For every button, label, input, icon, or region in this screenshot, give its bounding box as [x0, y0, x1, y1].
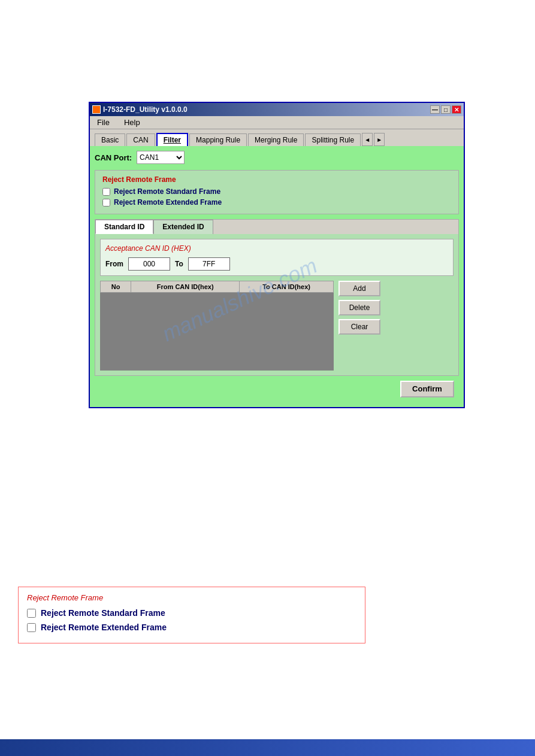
window-title: I-7532-FD_Utility v1.0.0.0 [103, 105, 188, 114]
tab-mapping-rule[interactable]: Mapping Rule [189, 133, 247, 146]
tab-bar: Basic CAN Filter Mapping Rule Merging Ru… [90, 129, 464, 146]
confirm-row: Confirm [95, 376, 459, 402]
reject-standard-row: Reject Remote Standard Frame [102, 187, 451, 196]
can-port-select[interactable]: CAN1 CAN2 [137, 151, 185, 164]
action-buttons: Add Delete Clear [338, 281, 380, 335]
tab-filter[interactable]: Filter [156, 133, 188, 146]
blue-bar [0, 739, 535, 756]
close-button[interactable]: ✕ [452, 105, 461, 114]
maximize-button[interactable]: □ [441, 105, 451, 114]
bottom-reject-legend: Reject Remote Frame [27, 593, 356, 602]
can-id-table: No From CAN ID(hex) To CAN ID(hex) [100, 281, 334, 371]
reject-extended-checkbox[interactable] [102, 199, 110, 207]
menu-help[interactable]: Help [122, 117, 143, 127]
col-to: To CAN ID(hex) [240, 281, 334, 293]
title-bar-left: I-7532-FD_Utility v1.0.0.0 [92, 105, 188, 114]
add-button[interactable]: Add [338, 281, 380, 296]
reject-extended-label: Reject Remote Extended Frame [114, 198, 222, 207]
menu-file[interactable]: File [95, 117, 112, 127]
tab-standard-id[interactable]: Standard ID [95, 220, 153, 234]
bottom-reject-extended-label: Reject Remote Extended Frame [41, 623, 167, 632]
content-area: CAN Port: CAN1 CAN2 Reject Remote Frame … [90, 146, 464, 407]
table-area: No From CAN ID(hex) To CAN ID(hex) [100, 281, 454, 371]
bottom-reject-frame-box: Reject Remote Frame Reject Remote Standa… [18, 587, 365, 643]
tab-extended-id[interactable]: Extended ID [153, 220, 213, 234]
can-port-label: CAN Port: [95, 153, 132, 162]
reject-standard-label: Reject Remote Standard Frame [114, 187, 220, 196]
menu-bar: File Help [90, 116, 464, 129]
clear-button[interactable]: Clear [338, 319, 380, 335]
reject-extended-row: Reject Remote Extended Frame [102, 198, 451, 207]
bottom-reject-standard-label: Reject Remote Standard Frame [41, 608, 165, 618]
delete-button[interactable]: Delete [338, 300, 380, 315]
title-bar: I-7532-FD_Utility v1.0.0.0 — □ ✕ [90, 103, 464, 116]
bottom-reject-extended-checkbox[interactable] [27, 623, 36, 632]
id-tab-bar: Standard ID Extended ID [95, 220, 458, 234]
reject-frame-section: Reject Remote Frame Reject Remote Standa… [95, 170, 459, 214]
bottom-reject-standard-row: Reject Remote Standard Frame [27, 608, 356, 618]
title-bar-buttons: — □ ✕ [430, 105, 461, 114]
tab-merging-rule[interactable]: Merging Rule [248, 133, 304, 146]
bottom-reject-standard-checkbox[interactable] [27, 609, 36, 618]
to-input[interactable] [188, 257, 230, 271]
table-empty-area [101, 293, 334, 371]
col-no: No [101, 281, 131, 293]
col-from: From CAN ID(hex) [131, 281, 240, 293]
to-label: To [175, 260, 183, 268]
acceptance-section: Acceptance CAN ID (HEX) From To [100, 239, 454, 276]
confirm-button[interactable]: Confirm [400, 381, 454, 397]
acceptance-row: From To [105, 257, 448, 271]
id-tabs-area: Standard ID Extended ID Acceptance CAN I… [95, 219, 459, 376]
tab-splitting-rule[interactable]: Splitting Rule [305, 133, 361, 146]
app-window: I-7532-FD_Utility v1.0.0.0 — □ ✕ File He… [89, 102, 465, 408]
app-icon [92, 105, 101, 114]
tab-nav-left[interactable]: ◄ [362, 133, 373, 146]
page-background: I-7532-FD_Utility v1.0.0.0 — □ ✕ File He… [0, 0, 535, 756]
reject-standard-checkbox[interactable] [102, 188, 110, 196]
minimize-button[interactable]: — [430, 105, 440, 114]
tab-nav-right[interactable]: ► [374, 133, 385, 146]
reject-frame-legend: Reject Remote Frame [102, 175, 451, 184]
tab-basic[interactable]: Basic [95, 133, 125, 146]
bottom-reject-section: Reject Remote Frame Reject Remote Standa… [18, 587, 365, 643]
can-port-row: CAN Port: CAN1 CAN2 [95, 151, 459, 164]
bottom-reject-extended-row: Reject Remote Extended Frame [27, 623, 356, 632]
from-label: From [105, 260, 123, 268]
tab-can[interactable]: CAN [126, 133, 155, 146]
from-input[interactable] [128, 257, 170, 271]
acceptance-legend: Acceptance CAN ID (HEX) [105, 244, 448, 253]
